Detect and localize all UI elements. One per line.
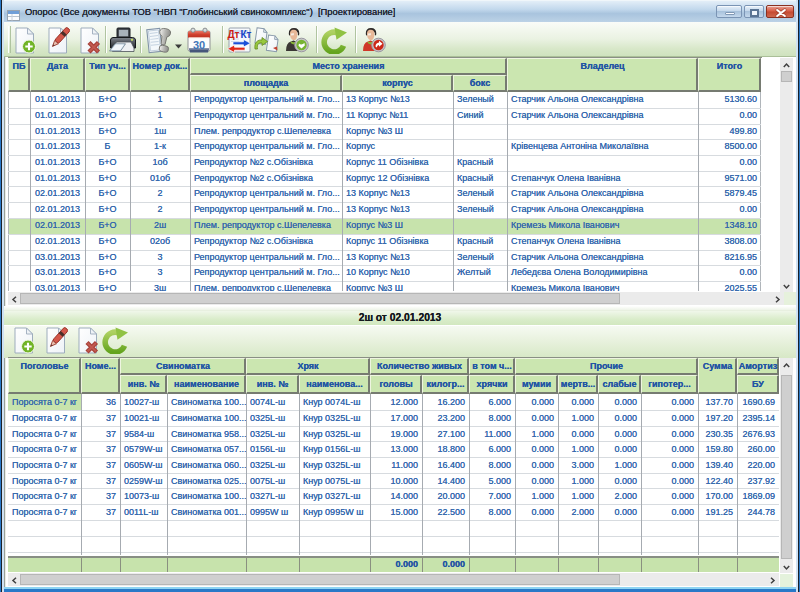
svg-text:30: 30: [193, 39, 205, 51]
svg-text:Дт: Дт: [228, 29, 240, 40]
svg-text:Кт: Кт: [241, 29, 252, 40]
